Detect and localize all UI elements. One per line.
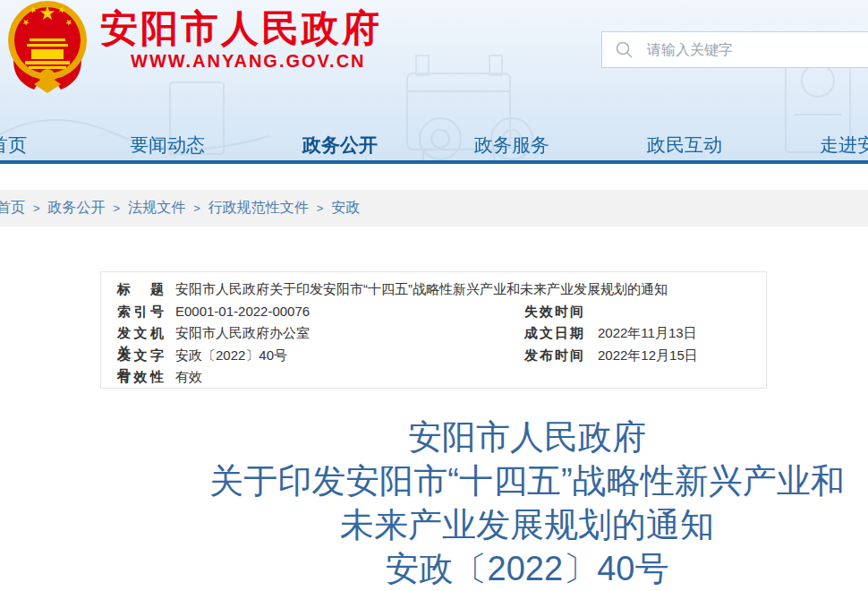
site-url: WWW.ANYANG.GOV.CN — [131, 51, 366, 72]
breadcrumb-item-home[interactable]: 首页 — [0, 199, 25, 218]
meta-label-written-date: 成文日期 — [524, 323, 583, 343]
national-emblem-logo[interactable] — [7, 0, 88, 93]
site-title[interactable]: 安阳市人民政府 — [100, 4, 382, 54]
meta-value-written-date: 2022年11月13日 — [598, 323, 697, 343]
breadcrumb-band: 首页 > 政务公开 > 法规文件 > 行政规范性文件 > 安政 — [0, 190, 868, 227]
breadcrumb-item-gov-affairs[interactable]: 政务公开 — [48, 199, 106, 218]
breadcrumb: 首页 > 政务公开 > 法规文件 > 行政规范性文件 > 安政 — [0, 190, 360, 227]
document-title-line-2: 关于印发安阳市“十四五”战略性新兴产业和 — [184, 459, 868, 503]
breadcrumb-separator: > — [193, 201, 200, 215]
breadcrumb-separator: > — [33, 201, 40, 215]
meta-label-expiry-date: 失效时间 — [524, 302, 583, 321]
meta-row-issuing-agency: 发文机关 安阳市人民政府办公室 成文日期 2022年11月13日 — [101, 323, 766, 343]
meta-row-doc-number: 发文字号 安政〔2022〕40号 发布时间 2022年12月15日 — [101, 346, 766, 365]
breadcrumb-item-anzheng[interactable]: 安政 — [331, 199, 360, 218]
site-header: 安阳市人民政府 WWW.ANYANG.GOV.CN 首页 要闻动态 政务公开 政… — [0, 0, 868, 164]
breadcrumb-item-normative-docs[interactable]: 行政规范性文件 — [208, 199, 309, 218]
document-title-line-1: 安阳市人民政府 — [184, 415, 868, 459]
meta-value-index-number: E0001-01-2022-00076 — [175, 302, 310, 321]
nav-item-about[interactable]: 走进安阳 — [820, 133, 868, 158]
nav-item-services[interactable]: 政务服务 — [474, 133, 549, 158]
meta-label-index-number: 索引号 — [117, 302, 164, 321]
nav-item-home[interactable]: 首页 — [0, 133, 27, 158]
search-icon[interactable] — [615, 40, 634, 60]
document-title-line-3: 未来产业发展规划的通知 — [184, 503, 868, 547]
search-input[interactable] — [645, 41, 868, 59]
document-number: 安政〔2022〕40号 — [184, 547, 868, 591]
breadcrumb-item-regulations[interactable]: 法规文件 — [128, 199, 185, 218]
meta-label-publish-date: 发布时间 — [524, 346, 583, 365]
meta-value-publish-date: 2022年12月15日 — [598, 346, 698, 365]
meta-value-issuing-agency: 安阳市人民政府办公室 — [175, 323, 310, 343]
nav-item-gov-affairs[interactable]: 政务公开 — [302, 133, 378, 158]
meta-row-index: 索引号 E0001-01-2022-00076 失效时间 — [101, 302, 766, 321]
nav-item-news[interactable]: 要闻动态 — [130, 133, 205, 158]
page: 安阳市人民政府 WWW.ANYANG.GOV.CN 首页 要闻动态 政务公开 政… — [0, 0, 868, 591]
meta-value-title: 安阳市人民政府关于印发安阳市“十四五”战略性新兴产业和未来产业发展规划的通知 — [175, 279, 668, 299]
breadcrumb-separator: > — [114, 201, 121, 215]
document-title: 安阳市人民政府 关于印发安阳市“十四五”战略性新兴产业和 未来产业发展规划的通知… — [184, 415, 868, 591]
breadcrumb-separator: > — [317, 201, 324, 215]
meta-row-validity: 有效性 有效 — [101, 367, 766, 387]
meta-label-validity: 有效性 — [117, 367, 164, 387]
nav-item-interaction[interactable]: 政民互动 — [647, 133, 722, 158]
document-metadata-panel: 标题 安阳市人民政府关于印发安阳市“十四五”战略性新兴产业和未来产业发展规划的通… — [100, 271, 767, 389]
meta-row-title: 标题 安阳市人民政府关于印发安阳市“十四五”战略性新兴产业和未来产业发展规划的通… — [101, 279, 766, 299]
search-box[interactable] — [601, 31, 868, 68]
meta-label-title: 标题 — [117, 279, 164, 299]
meta-value-doc-number: 安政〔2022〕40号 — [175, 346, 287, 365]
meta-value-validity: 有效 — [175, 367, 202, 387]
